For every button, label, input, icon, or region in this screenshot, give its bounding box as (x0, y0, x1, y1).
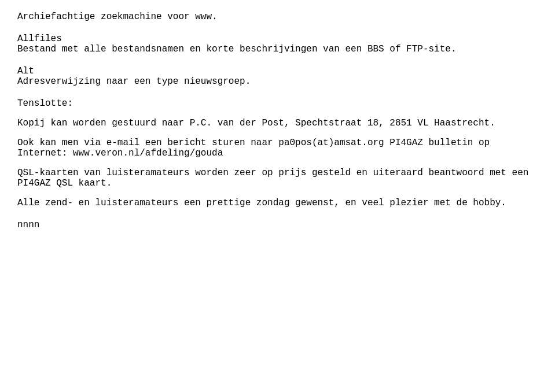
tenslotte-section: Tenslotte: Kopij kan worden gestuurd naa… (17, 98, 538, 208)
tenslotte-paragraph4: Alle zend- en luisteramateurs een pretti… (17, 198, 538, 208)
tenslotte-title: Tenslotte: (17, 98, 538, 109)
allfiles-title: Allfiles (17, 34, 538, 44)
alt-title: Alt (17, 66, 538, 76)
alt-description: Adresverwijzing naar een type nieuwsgroe… (17, 76, 538, 87)
allfiles-description: Bestand met alle bestandsnamen en korte … (17, 44, 538, 54)
tenslotte-paragraph3: QSL-kaarten van luisteramateurs worden z… (17, 168, 538, 188)
ending-text: nnnn (17, 220, 538, 230)
alt-section: Alt Adresverwijzing naar een type nieuws… (17, 66, 538, 87)
intro-section: Archiefachtige zoekmachine voor www. (17, 12, 538, 22)
intro-text: Archiefachtige zoekmachine voor www. (17, 12, 538, 22)
tenslotte-paragraph2: Ook kan men via e-mail een bericht sture… (17, 138, 538, 158)
ending-section: nnnn (17, 220, 538, 230)
tenslotte-paragraph1: Kopij kan worden gestuurd naar P.C. van … (17, 118, 538, 128)
allfiles-section: Allfiles Bestand met alle bestandsnamen … (17, 34, 538, 54)
